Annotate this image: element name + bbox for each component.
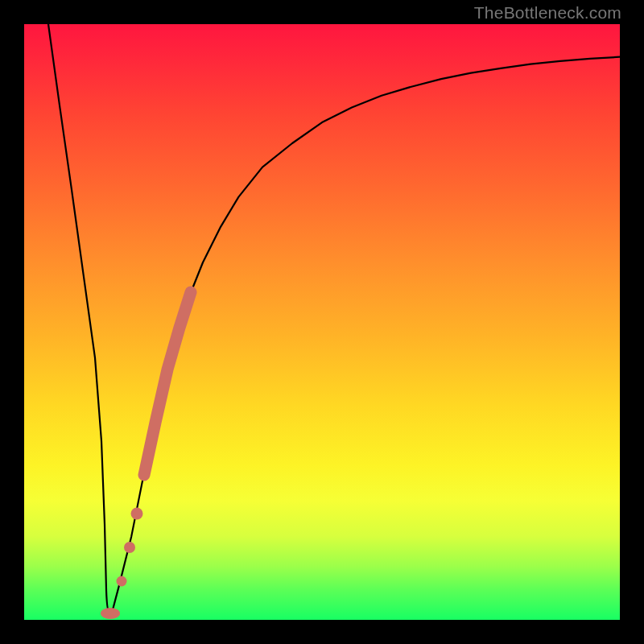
salmon-dot-bottom bbox=[101, 608, 120, 619]
bottleneck-curve bbox=[48, 24, 620, 616]
salmon-dot-upper bbox=[131, 508, 143, 520]
chart-svg bbox=[24, 24, 620, 620]
watermark-text: TheBottleneck.com bbox=[474, 3, 621, 23]
salmon-segment bbox=[144, 292, 191, 475]
salmon-dot-lower bbox=[117, 576, 127, 587]
salmon-dot-mid bbox=[124, 542, 135, 553]
chart-frame: TheBottleneck.com bbox=[0, 0, 644, 644]
plot-area bbox=[24, 24, 620, 620]
